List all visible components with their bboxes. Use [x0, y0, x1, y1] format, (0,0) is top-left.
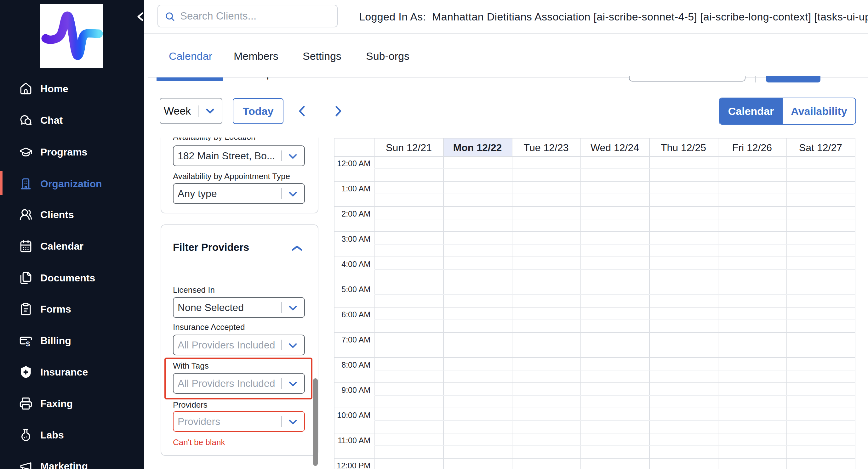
- svg-text:$: $: [26, 340, 30, 347]
